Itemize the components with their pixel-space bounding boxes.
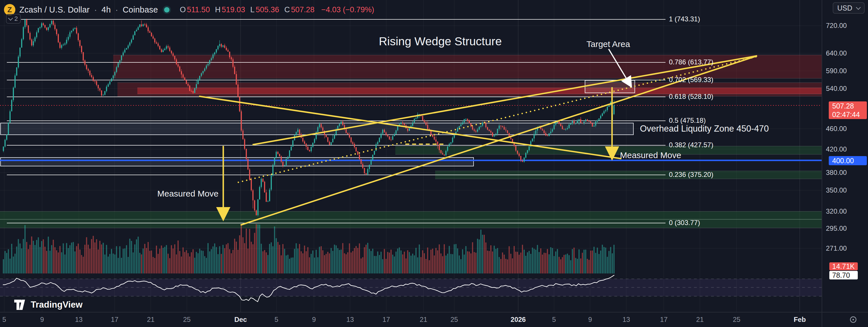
fib-label: 0.5 (475.18) [669,116,706,125]
ohlc-values: O 511.50 H 519.03 L 505.36 C 507.28 [176,5,314,14]
bar-countdown: 02:47:44 [832,110,867,119]
time-tick: 13 [66,316,92,324]
currency-dropdown[interactable]: USD [833,2,865,14]
price-tick: 380.00 [826,169,847,176]
time-tick: 5 [541,316,567,324]
exchange-label[interactable]: Coinbase [123,5,158,15]
price-tick: 320.00 [826,207,847,215]
time-tick: 21 [138,316,163,324]
time-tick: 21 [687,316,713,324]
fib-label: 0.786 (613.77) [669,58,713,66]
rsi-value: 78.70 [832,271,858,279]
annotation-overhead-zone[interactable]: Overhead Liqudity Zone 450-470 [640,124,769,134]
time-tick: 21 [411,316,436,324]
level-400-value: 400.00 [832,157,867,165]
time-tick: 5 [264,316,289,324]
low-value: 505.36 [256,5,279,14]
price-tick: 295.00 [826,224,847,233]
chevron-down-icon [856,5,861,10]
time-tick: 17 [651,316,677,324]
time-tick: 9 [577,316,603,324]
price-tick: 420.00 [826,145,847,153]
level-400-badge: 400.00 [829,156,867,165]
current-price: 507.28 [832,102,867,110]
indicators-collapse-button[interactable]: 2 [6,14,21,24]
change-value: −4.03 (−0.79%) [321,5,374,14]
price-tick: 350.00 [826,186,847,194]
price-tick: 540.00 [826,85,847,92]
fib-label: 0.236 (375.20) [669,171,713,179]
tradingview-logo[interactable]: TradingView [14,300,83,310]
tradingview-brand-text: TradingView [31,300,83,310]
time-tick: 17 [102,316,127,324]
annotation-measured-move-right[interactable]: Measured Move [620,151,681,160]
fib-label: 0.702 (569.33) [669,76,713,84]
high-label: H [215,5,221,14]
time-tick: 9 [301,316,327,324]
legend-separator: · [94,5,97,15]
time-tick: 25 [724,316,749,324]
high-value: 519.03 [222,5,245,14]
timezone-settings-icon[interactable] [848,315,858,325]
current-price-badge: 507.28 02:47:44 [829,101,867,119]
time-tick: 25 [441,316,467,324]
chevron-down-icon [8,16,13,21]
volume-bars [3,224,615,273]
fib-label: 0.382 (427.57) [669,141,713,149]
symbol-title[interactable]: Zcash / U.S. Dollar [19,5,90,15]
open-label: O [180,5,186,14]
time-tick: 2026 [505,316,531,324]
time-tick: 9 [29,316,55,324]
time-tick: 13 [614,316,639,324]
close-label: C [284,5,290,14]
zcash-coin-icon: Z [4,4,16,16]
indicator-count: 2 [14,15,18,23]
close-value: 507.28 [291,5,315,14]
annotation-measured-move-left[interactable]: Measured Move [157,189,218,198]
volume-badge: 14.71K [829,262,858,270]
time-tick: Feb [787,316,812,324]
price-tick: 271.00 [826,244,847,252]
fib-label: 0.618 (528.10) [669,92,713,101]
time-tick: Dec [228,316,253,324]
fib-label: 0 (303.77) [669,219,700,227]
supply-bright [137,88,822,94]
low-label: L [250,5,254,14]
time-tick: 13 [337,316,363,324]
chart-canvas[interactable] [0,0,868,327]
legend-separator: · [116,5,118,15]
fib-lines [7,19,665,223]
currency-label: USD [837,4,852,12]
volume-value: 14.71K [832,262,858,271]
tradingview-mark-icon [14,300,27,310]
market-status-icon [164,7,169,12]
rsi-badge: 78.70 [829,271,858,279]
open-value: 511.50 [187,5,210,14]
liquidity-box-400 [1,158,473,166]
price-tick: 590.00 [826,67,847,75]
price-tick: 460.00 [826,125,847,133]
symbol-legend[interactable]: Z Zcash / U.S. Dollar · 4h · Coinbase O … [4,3,374,16]
interval-label[interactable]: 4h [101,5,111,15]
time-tick: 25 [174,316,200,324]
candles [3,19,615,216]
fib-label: 1 (743.31) [669,15,700,23]
time-tick: 5 [0,316,17,324]
price-tick: 720.00 [826,22,847,30]
time-tick: 17 [373,316,399,324]
annotation-target-area[interactable]: Target Area [586,39,630,49]
supply-upper [113,55,822,78]
annotation-rising-wedge[interactable]: Rising Wedge Structure [379,35,502,48]
price-tick: 640.00 [826,49,847,57]
